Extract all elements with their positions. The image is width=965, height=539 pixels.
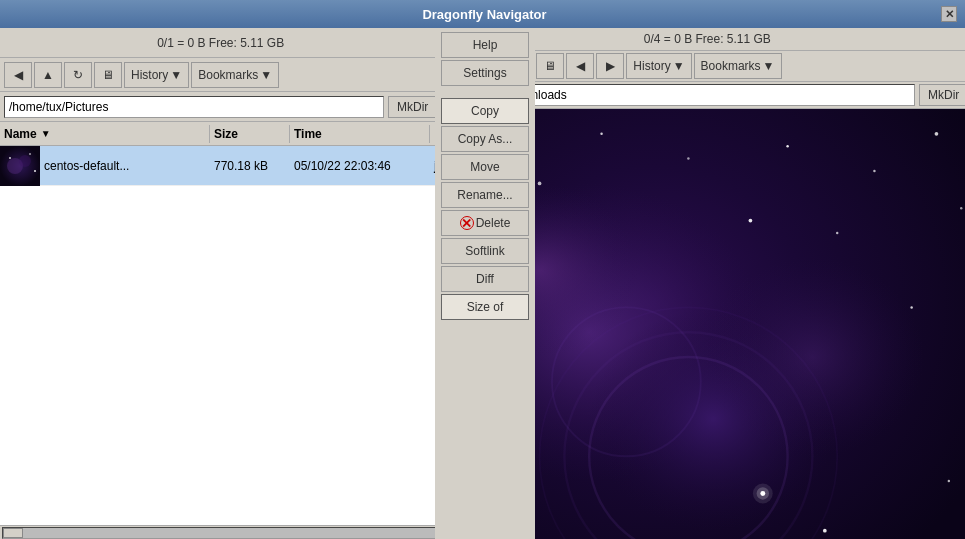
left-history-button[interactable]: History ▼ xyxy=(124,62,189,88)
left-stats-text: 0/1 = 0 B Free: 5.11 GB xyxy=(157,36,284,50)
svg-point-34 xyxy=(753,484,773,504)
delete-icon: ✕ xyxy=(460,216,474,230)
svg-point-25 xyxy=(911,306,913,308)
right-bookmarks-button[interactable]: Bookmarks ▼ xyxy=(694,53,782,79)
file-name: centos-default... xyxy=(40,157,210,175)
left-bookmarks-button[interactable]: Bookmarks ▼ xyxy=(191,62,279,88)
left-bookmarks-label: Bookmarks xyxy=(198,68,258,82)
left-panel: 0/1 = 0 B Free: 5.11 GB ◀ ▲ ↻ 🖥 History … xyxy=(0,28,442,539)
left-toolbar: ◀ ▲ ↻ 🖥 History ▼ Bookmarks ▼ xyxy=(0,58,441,92)
right-nav-fwd-button[interactable]: ▶ xyxy=(596,53,624,79)
left-desktop-icon: 🖥 xyxy=(102,68,114,82)
left-refresh-icon: ↻ xyxy=(73,68,83,82)
svg-point-10 xyxy=(701,258,924,456)
svg-point-26 xyxy=(749,219,753,223)
right-bookmarks-arrow-icon: ▼ xyxy=(763,59,775,73)
move-button[interactable]: Move xyxy=(441,154,529,180)
left-history-label: History xyxy=(131,68,168,82)
svg-point-21 xyxy=(935,132,939,136)
left-back-button[interactable]: ◀ xyxy=(4,62,32,88)
table-row[interactable]: centos-default... 770.18 kB 05/10/22 22:… xyxy=(0,146,441,186)
thumbnail-svg xyxy=(0,146,40,186)
delete-button[interactable]: ✕ Delete xyxy=(441,210,529,236)
settings-button[interactable]: Settings xyxy=(441,60,529,86)
svg-point-27 xyxy=(823,529,827,533)
svg-point-22 xyxy=(960,207,962,209)
svg-point-2 xyxy=(19,155,31,167)
left-desktop-button[interactable]: 🖥 xyxy=(94,62,122,88)
center-panel: Help Settings Copy Copy As... Move Renam… xyxy=(435,28,535,539)
svg-point-20 xyxy=(874,170,876,172)
file-thumbnail xyxy=(0,146,40,186)
left-hscrollbar[interactable] xyxy=(0,525,441,539)
right-mkdir-button[interactable]: MkDir xyxy=(919,84,965,106)
left-refresh-button[interactable]: ↻ xyxy=(64,62,92,88)
left-stats-bar: 0/1 = 0 B Free: 5.11 GB xyxy=(0,28,441,58)
left-up-button[interactable]: ▲ xyxy=(34,62,62,88)
col-size-header[interactable]: Size xyxy=(210,125,290,143)
copy-button[interactable]: Copy xyxy=(441,98,529,124)
sort-arrow-icon: ▼ xyxy=(41,128,51,139)
left-address-input[interactable] xyxy=(4,96,384,118)
svg-point-19 xyxy=(787,145,789,147)
left-history-arrow-icon: ▼ xyxy=(170,68,182,82)
file-size: 770.18 kB xyxy=(210,157,290,175)
diff-button[interactable]: Diff xyxy=(441,266,529,292)
right-nav-back-button[interactable]: ◀ xyxy=(566,53,594,79)
svg-point-4 xyxy=(29,153,31,155)
close-button[interactable]: ✕ xyxy=(941,6,957,22)
col-name-header[interactable]: Name ▼ xyxy=(0,125,210,143)
right-bookmarks-label: Bookmarks xyxy=(701,59,761,73)
right-nav-back-icon: ◀ xyxy=(576,59,585,73)
right-desktop-button[interactable]: 🖥 xyxy=(536,53,564,79)
svg-point-16 xyxy=(538,182,542,186)
main-container: 0/1 = 0 B Free: 5.11 GB ◀ ▲ ↻ 🖥 History … xyxy=(0,28,965,539)
left-back-icon: ◀ xyxy=(14,68,23,82)
right-history-button[interactable]: History ▼ xyxy=(626,53,691,79)
right-history-label: History xyxy=(633,59,670,73)
copy-as-button[interactable]: Copy As... xyxy=(441,126,529,152)
svg-point-29 xyxy=(948,480,950,482)
left-mkdir-button[interactable]: MkDir xyxy=(388,96,437,118)
svg-point-5 xyxy=(34,170,36,172)
right-nav-fwd-icon: ▶ xyxy=(606,59,615,73)
file-time: 05/10/22 22:03:46 xyxy=(290,157,430,175)
left-address-bar: MkDir xyxy=(0,92,441,122)
file-list-header: Name ▼ Size Time xyxy=(0,122,441,146)
right-desktop-icon: 🖥 xyxy=(544,59,556,73)
right-history-arrow-icon: ▼ xyxy=(673,59,685,73)
left-file-list[interactable]: Name ▼ Size Time xyxy=(0,122,441,525)
svg-point-17 xyxy=(601,133,603,135)
titlebar: Dragonfly Navigator ✕ xyxy=(0,0,965,28)
rename-button[interactable]: Rename... xyxy=(441,182,529,208)
svg-point-3 xyxy=(9,157,11,159)
left-hscrollbar-thumb[interactable] xyxy=(3,528,23,538)
app-title: Dragonfly Navigator xyxy=(28,7,941,22)
col-time-header[interactable]: Time xyxy=(290,125,430,143)
svg-point-23 xyxy=(836,232,838,234)
left-hscrollbar-track[interactable] xyxy=(2,527,439,539)
help-button[interactable]: Help xyxy=(441,32,529,58)
left-up-icon: ▲ xyxy=(42,68,54,82)
svg-point-18 xyxy=(688,157,690,159)
left-bookmarks-arrow-icon: ▼ xyxy=(260,68,272,82)
softlink-button[interactable]: Softlink xyxy=(441,238,529,264)
size-of-button[interactable]: Size of xyxy=(441,294,529,320)
right-stats-text: 0/4 = 0 B Free: 5.11 GB xyxy=(644,32,771,46)
